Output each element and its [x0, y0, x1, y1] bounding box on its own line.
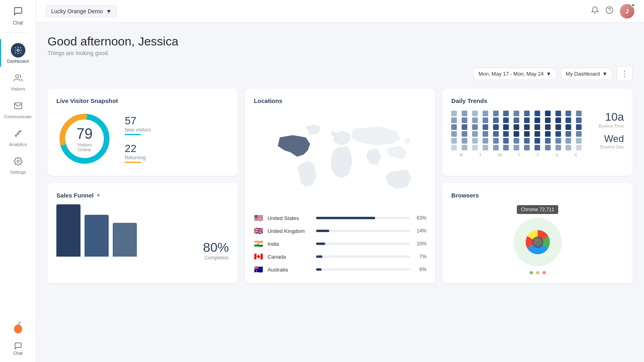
app-logo: [11, 320, 25, 336]
country-name: Australia: [268, 267, 312, 273]
heatmap-cell: [524, 131, 530, 137]
heatmap-cell: [451, 111, 457, 116]
heatmap-cell: [514, 145, 519, 150]
heatmap-cell: [524, 138, 530, 144]
country-name: India: [268, 241, 312, 247]
country-flag: 🇺🇸: [254, 214, 264, 222]
heatmap-cell: [483, 111, 488, 116]
heatmap-cell: [472, 124, 478, 130]
sidebar-item-dashboard[interactable]: Dashboard: [0, 39, 36, 67]
country-bar-background: [316, 268, 411, 271]
country-row: 🇬🇧 United Kingdom 14%: [254, 226, 427, 235]
svg-point-5: [17, 160, 19, 162]
sidebar-item-visitors[interactable]: Visitors: [0, 67, 36, 95]
country-flag: 🇦🇺: [254, 265, 264, 274]
more-options-button[interactable]: ⋮: [617, 66, 633, 81]
visitors-online-count: 79: [70, 125, 99, 142]
returning-visitors-count: 22: [125, 142, 151, 155]
heatmap-cell: [535, 117, 540, 123]
new-visitors-bar: [125, 134, 141, 135]
svg-point-8: [14, 325, 22, 333]
live-snapshot-title: Live Visitor Snapshot: [56, 97, 229, 104]
heatmap-grid: [451, 111, 585, 150]
heatmap-cell: [493, 145, 499, 150]
heatmap-cell: [472, 117, 478, 123]
dashboard-selector[interactable]: My Dashboard ▼: [561, 68, 613, 80]
heatmap-cell: [514, 138, 519, 144]
trends-content: M T W T F S S 10a Busiest Time: [451, 111, 624, 157]
funnel-bar-3: [113, 223, 137, 257]
sidebar-item-analytics[interactable]: Analytics: [0, 122, 36, 150]
settings-icon-wrap: [11, 154, 25, 169]
country-percentage: 6%: [414, 267, 426, 272]
visitors-online-label: Visitors Online: [70, 142, 99, 152]
donut-center: 79 Visitors Online: [70, 125, 99, 152]
chrome-tooltip: Chrome 72,711: [517, 205, 558, 214]
heatmap-cell: [545, 117, 551, 123]
heatmap-cell: [535, 138, 540, 144]
heatmap-cell: [545, 111, 551, 116]
heatmap-cell: [503, 124, 509, 130]
heatmap-cell: [524, 145, 530, 150]
heatmap-cell: [493, 111, 499, 116]
heatmap-cell: [576, 131, 582, 137]
country-name: United States: [268, 215, 312, 221]
sidebar-chat-bottom-button[interactable]: Chat: [13, 339, 23, 358]
country-bar-fill: [316, 268, 322, 271]
notifications-icon[interactable]: [591, 6, 599, 16]
sidebar-item-settings[interactable]: Settings: [0, 150, 36, 178]
sidebar-bottom: Chat: [0, 320, 36, 362]
funnel-dropdown-icon[interactable]: ▼: [96, 193, 101, 198]
sidebar-item-communicate[interactable]: Communicate: [0, 95, 36, 122]
heatmap-cell: [472, 145, 478, 150]
dashboard-selector-label: My Dashboard: [566, 71, 600, 77]
user-avatar[interactable]: J: [620, 4, 634, 19]
heatmap-cell: [493, 138, 499, 144]
busiest-day-label: Busiest Day: [600, 144, 624, 149]
trends-stats: 10a Busiest Time Wed Busiest Day: [592, 111, 624, 149]
heatmap-cell: [503, 131, 509, 137]
heatmap-cell: [451, 131, 457, 137]
dashboard-selector-arrow: ▼: [602, 71, 607, 77]
funnel-bar-2: [85, 215, 109, 257]
heatmap-cell: [566, 124, 571, 130]
heatmap-cell: [576, 145, 582, 150]
chrome-tooltip-text: Chrome 72,711: [521, 207, 554, 212]
sidebar-chat-top-button[interactable]: Chat: [0, 0, 36, 30]
topbar: Lucky Orange Demo ▼ J: [36, 0, 644, 23]
help-icon[interactable]: [605, 6, 613, 16]
heatmap-cell: [566, 131, 571, 137]
heatmap-cell: [472, 111, 478, 116]
heatmap-cell: [514, 111, 519, 116]
heatmap-cell: [555, 145, 561, 150]
country-row: 🇮🇳 India 10%: [254, 239, 427, 248]
greeting-title: Good afternoon, Jessica: [47, 35, 633, 48]
completion-percentage: 80%: [203, 240, 229, 255]
sidebar-nav: Dashboard Visitors Communi: [0, 35, 36, 320]
heatmap-cell: [566, 111, 571, 116]
greeting-section: Good afternoon, Jessica Things are looki…: [47, 35, 633, 56]
demo-selector[interactable]: Lucky Orange Demo ▼: [46, 5, 117, 17]
heatmap-cell: [535, 124, 540, 130]
sidebar-top: Chat: [0, 0, 36, 35]
heatmap-cell: [545, 124, 551, 130]
heatmap-section: M T W T F S S: [451, 111, 585, 157]
svg-point-3: [15, 135, 17, 137]
country-row: 🇨🇦 Canada 7%: [254, 252, 427, 261]
sidebar-divider-top: [7, 32, 29, 33]
heatmap-cell: [483, 131, 488, 137]
country-row: 🇺🇸 United States 63%: [254, 214, 427, 222]
heatmap-cell: [472, 131, 478, 137]
visitors-icon-wrap: [11, 71, 25, 85]
busiest-time-block: 10a Busiest Time: [599, 111, 624, 128]
heatmap-cell: [503, 145, 509, 150]
demo-selector-arrow: ▼: [106, 8, 111, 14]
heatmap-cell: [451, 117, 457, 123]
heatmap-cell: [524, 117, 530, 123]
date-range-picker[interactable]: Mon, May 17 - Mon, May 24 ▼: [473, 68, 557, 80]
heatmap-cell: [576, 138, 582, 144]
heatmap-cell: [514, 117, 519, 123]
date-picker-arrow: ▼: [546, 71, 551, 77]
country-bar-background: [316, 230, 411, 232]
heatmap-cell: [451, 145, 457, 150]
